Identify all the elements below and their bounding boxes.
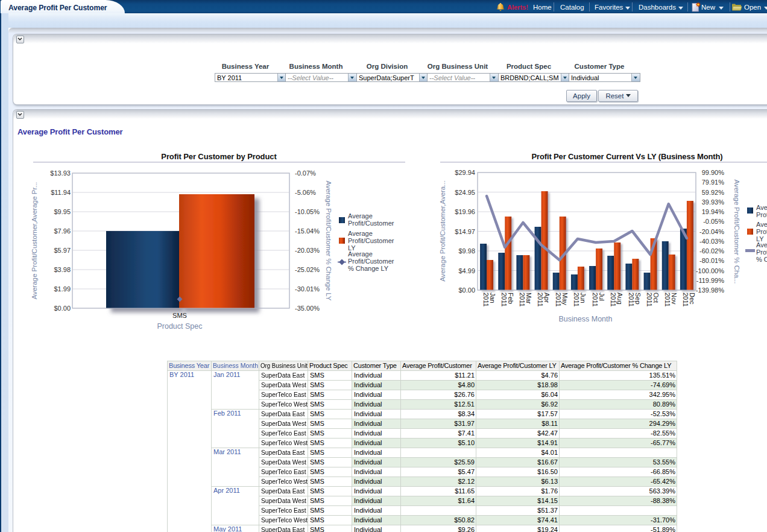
svg-text:$11.94: $11.94	[51, 189, 71, 196]
svg-text:Average: Average	[348, 212, 373, 220]
svg-text:Jul2011: Jul2011	[592, 293, 605, 307]
svg-text:Average: Average	[756, 204, 767, 211]
svg-text:-0.07%: -0.07%	[295, 169, 316, 177]
svg-text:Dec2011: Dec2011	[682, 293, 696, 307]
svg-text:Profit/Customer: Profit/Customer	[756, 211, 767, 218]
svg-text:Profit/Customer: Profit/Customer	[348, 258, 394, 265]
svg-text:Jan2011: Jan2011	[482, 293, 496, 307]
svg-text:Average Profit/Customer,Avera.: Average Profit/Customer,Avera...	[439, 180, 446, 282]
svg-text:Average Profit/Customer % Cha.: Average Profit/Customer % Cha...	[733, 180, 740, 284]
svg-text:99.90%: 99.90%	[702, 169, 725, 176]
svg-text:Apr2011: Apr2011	[537, 293, 551, 307]
svg-text:Oct2011: Oct2011	[646, 293, 660, 307]
svg-text:$7.96: $7.96	[54, 227, 71, 235]
svg-text:-5.06%: -5.06%	[295, 189, 316, 196]
svg-text:Average Profit/Customer % Chan: Average Profit/Customer % Change LY	[325, 180, 332, 300]
svg-text:Aug2011: Aug2011	[610, 293, 623, 307]
svg-text:$29.94: $29.94	[455, 169, 475, 176]
svg-text:Nov2011: Nov2011	[664, 293, 678, 307]
svg-text:-60.02%: -60.02%	[699, 247, 724, 255]
svg-text:$3.98: $3.98	[54, 266, 71, 273]
svg-text:Average: Average	[348, 230, 373, 237]
svg-text:-10.05%: -10.05%	[295, 208, 320, 215]
svg-text:Sep2011: Sep2011	[628, 293, 642, 307]
svg-text:Business Month: Business Month	[559, 315, 613, 323]
svg-text:-15.04%: -15.04%	[295, 227, 320, 235]
svg-text:-25.02%: -25.02%	[295, 266, 320, 273]
svg-text:$4.99: $4.99	[458, 267, 475, 274]
svg-text:$24.95: $24.95	[455, 189, 475, 196]
svg-text:Average: Average	[756, 221, 767, 228]
svg-text:-20.04%: -20.04%	[699, 228, 724, 235]
svg-text:SMS: SMS	[172, 312, 187, 319]
svg-text:May2011: May2011	[555, 293, 569, 307]
svg-text:39.93%: 39.93%	[702, 198, 725, 206]
svg-text:Profit/Customer: Profit/Customer	[756, 249, 767, 256]
svg-text:$13.93: $13.93	[50, 169, 71, 177]
svg-text:Feb2011: Feb2011	[500, 293, 514, 307]
svg-text:Profit/Customer: Profit/Customer	[348, 220, 394, 227]
svg-text:Jun2011: Jun2011	[573, 293, 587, 307]
svg-text:Product Spec: Product Spec	[157, 322, 202, 331]
svg-text:Mar2011: Mar2011	[519, 293, 532, 307]
svg-text:-30.01%: -30.01%	[295, 285, 320, 293]
svg-text:-119.99%: -119.99%	[696, 277, 724, 284]
svg-text:Profit/Customer: Profit/Customer	[756, 228, 767, 235]
svg-text:$0.00: $0.00	[54, 305, 71, 312]
svg-text:$9.98: $9.98	[458, 247, 475, 255]
svg-text:59.92%: 59.92%	[702, 189, 725, 196]
svg-text:$1.99: $1.99	[54, 285, 71, 293]
svg-text:Profit Per Customer by Product: Profit Per Customer by Product	[161, 152, 277, 161]
svg-text:Average Profit/Customer,Averag: Average Profit/Customer,Average Pr...	[31, 182, 38, 300]
svg-text:79.91%: 79.91%	[702, 179, 725, 186]
svg-text:Average: Average	[348, 250, 373, 258]
svg-text:$0.00: $0.00	[458, 287, 475, 294]
svg-text:% Change LY: % Change LY	[348, 265, 389, 272]
svg-text:Profit/Customer: Profit/Customer	[348, 237, 394, 244]
svg-text:$5.97: $5.97	[54, 247, 71, 254]
svg-text:$14.97: $14.97	[455, 228, 475, 235]
svg-text:19.94%: 19.94%	[702, 208, 725, 215]
svg-text:-0.05%: -0.05%	[703, 218, 724, 225]
svg-text:$9.95: $9.95	[54, 208, 71, 215]
svg-text:Profit Per Customer Current Vs: Profit Per Customer Current Vs LY (Busin…	[532, 152, 723, 161]
svg-text:-20.03%: -20.03%	[295, 247, 320, 254]
svg-text:-100.00%: -100.00%	[696, 267, 724, 274]
svg-text:-80.01%: -80.01%	[699, 257, 724, 264]
svg-text:-35.00%: -35.00%	[295, 305, 320, 312]
svg-text:-139.98%: -139.98%	[696, 287, 724, 294]
svg-text:% Change LY: % Change LY	[756, 256, 767, 263]
svg-text:$19.96: $19.96	[455, 208, 475, 215]
svg-text:Average: Average	[756, 241, 767, 249]
svg-text:-40.03%: -40.03%	[699, 238, 724, 245]
